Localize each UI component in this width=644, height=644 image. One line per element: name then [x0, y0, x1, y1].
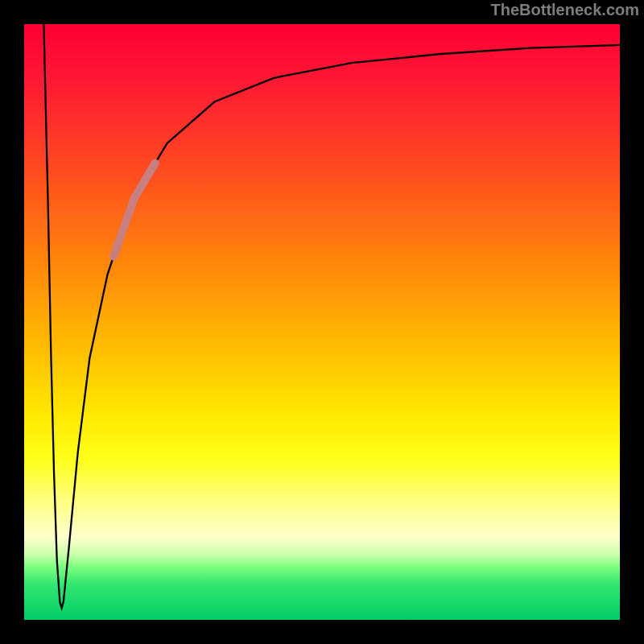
- chart-curve-path: [43, 24, 620, 608]
- chart-curve-highlight: [114, 163, 155, 257]
- attribution-label: TheBottleneck.com: [491, 0, 639, 19]
- chart-curve-svg: [24, 24, 620, 620]
- chart-plot-area: [24, 24, 620, 620]
